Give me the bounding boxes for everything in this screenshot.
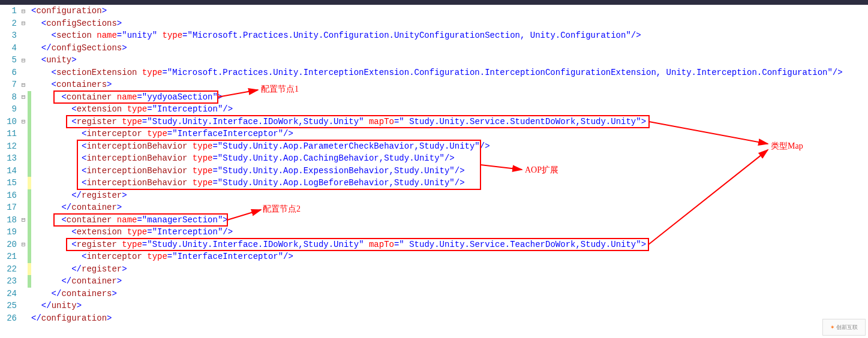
code-line[interactable]: <interceptor type="InterfaceInterceptor"… [31, 128, 868, 140]
line-number[interactable]: 18 [0, 214, 17, 227]
annotation-type-map: 类型Map [771, 141, 803, 152]
line-number[interactable]: 20 [0, 239, 17, 251]
code-editor[interactable]: 1234567891011121314151617181920212223242… [0, 5, 868, 338]
line-number[interactable]: 22 [0, 263, 17, 276]
fold-toggle-icon [19, 275, 28, 288]
line-number-gutter[interactable]: 1234567891011121314151617181920212223242… [0, 5, 19, 338]
line-number[interactable]: 7 [0, 79, 17, 91]
line-number[interactable]: 10 [0, 116, 17, 128]
fold-toggle-icon [19, 251, 28, 263]
fold-toggle-icon[interactable]: ⊟ [19, 5, 28, 17]
line-number[interactable]: 11 [0, 128, 17, 140]
fold-toggle-icon [19, 189, 28, 202]
code-line[interactable]: <interceptionBehavior type="Study.Unity.… [31, 140, 868, 153]
code-line[interactable]: <configuration> [31, 5, 868, 17]
code-line[interactable]: </register> [31, 263, 868, 276]
line-number[interactable]: 4 [0, 42, 17, 55]
code-line[interactable]: <unity> [31, 54, 868, 67]
code-line[interactable]: <interceptionBehavior type="Study.Unity.… [31, 177, 868, 189]
code-line[interactable]: <sectionExtension type="Microsoft.Practi… [31, 67, 868, 79]
code-line[interactable]: <containers> [31, 79, 868, 91]
line-number[interactable]: 13 [0, 152, 17, 165]
line-number[interactable]: 3 [0, 29, 17, 42]
annotation-config-node-1: 配置节点1 [261, 84, 299, 95]
code-line[interactable]: <interceptionBehavior type="Study.Unity.… [31, 152, 868, 165]
fold-toggle-icon [19, 165, 28, 177]
fold-toggle-icon [19, 103, 28, 116]
fold-gutter[interactable]: ⊟⊟⊟⊟⊟⊟⊟⊟ [19, 5, 28, 338]
code-line[interactable]: <register type="Study.Unity.Interface.ID… [31, 116, 868, 128]
line-number[interactable]: 8 [0, 91, 17, 104]
fold-toggle-icon [19, 288, 28, 300]
fold-toggle-icon [19, 226, 28, 239]
line-number[interactable]: 14 [0, 165, 17, 177]
line-number[interactable]: 15 [0, 177, 17, 189]
line-number[interactable]: 16 [0, 189, 17, 202]
code-line[interactable]: <extension type="Interception"/> [31, 103, 868, 116]
code-line[interactable]: <interceptionBehavior type="Study.Unity.… [31, 165, 868, 177]
fold-toggle-icon[interactable]: ⊟ [19, 17, 28, 30]
code-content[interactable]: <configuration> <configSections> <sectio… [31, 5, 868, 338]
code-line[interactable]: </container> [31, 201, 868, 214]
fold-toggle-icon [19, 42, 28, 55]
line-number[interactable]: 6 [0, 67, 17, 79]
fold-toggle-icon [19, 201, 28, 214]
code-line[interactable]: <extension type="Interception"/> [31, 226, 868, 239]
title-bar [0, 0, 868, 5]
line-number[interactable]: 1 [0, 5, 17, 17]
fold-toggle-icon[interactable]: ⊟ [19, 91, 28, 104]
line-number[interactable]: 2 [0, 17, 17, 30]
fold-toggle-icon[interactable]: ⊟ [19, 54, 28, 67]
fold-toggle-icon [19, 128, 28, 140]
annotation-config-node-2: 配置节点2 [263, 204, 301, 215]
code-line[interactable]: </register> [31, 189, 868, 202]
watermark-logo: ✶创新互联 [822, 319, 866, 336]
line-number[interactable]: 17 [0, 201, 17, 214]
fold-toggle-icon [19, 263, 28, 276]
fold-toggle-icon [19, 29, 28, 42]
code-line[interactable]: </configSections> [31, 42, 868, 55]
code-line[interactable]: <register type="Study.Unity.Interface.ID… [31, 239, 868, 251]
fold-toggle-icon [19, 312, 28, 325]
code-line[interactable]: <container name="yydyoaSection"> [31, 91, 868, 104]
line-number[interactable]: 25 [0, 300, 17, 312]
code-line[interactable]: <section name="unity" type="Microsoft.Pr… [31, 29, 868, 42]
line-number[interactable]: 24 [0, 288, 17, 300]
fold-toggle-icon [19, 152, 28, 165]
fold-toggle-icon[interactable]: ⊟ [19, 116, 28, 128]
fold-toggle-icon [19, 177, 28, 189]
annotation-aop: AOP扩展 [525, 165, 558, 176]
line-number[interactable]: 21 [0, 251, 17, 263]
fold-toggle-icon[interactable]: ⊟ [19, 239, 28, 251]
fold-toggle-icon [19, 67, 28, 79]
fold-toggle-icon [19, 300, 28, 312]
code-line[interactable]: </containers> [31, 288, 868, 300]
line-number[interactable]: 23 [0, 275, 17, 288]
fold-toggle-icon[interactable]: ⊟ [19, 214, 28, 227]
line-number[interactable]: 9 [0, 103, 17, 116]
line-number[interactable]: 12 [0, 140, 17, 153]
line-number[interactable]: 5 [0, 54, 17, 67]
code-line[interactable]: <container name="managerSection"> [31, 214, 868, 227]
code-line[interactable]: </container> [31, 275, 868, 288]
line-number[interactable]: 26 [0, 312, 17, 325]
code-line[interactable]: <configSections> [31, 17, 868, 30]
fold-toggle-icon[interactable]: ⊟ [19, 79, 28, 91]
line-number[interactable]: 19 [0, 226, 17, 239]
code-line[interactable]: </unity> [31, 300, 868, 312]
fold-toggle-icon [19, 140, 28, 153]
code-line[interactable]: </configuration> [31, 312, 868, 325]
code-line[interactable]: <interceptor type="InterfaceInterceptor"… [31, 251, 868, 263]
